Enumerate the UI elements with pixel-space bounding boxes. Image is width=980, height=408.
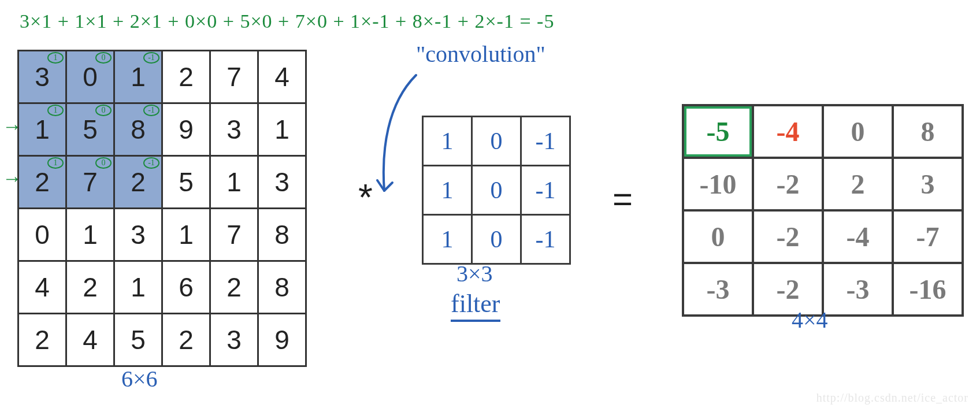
output-cell: 3 <box>893 158 963 210</box>
input-cell: 7 <box>210 51 258 103</box>
output-cell: -3 <box>683 263 753 316</box>
input-cell: 2 <box>162 51 210 103</box>
output-cell: 8 <box>893 105 963 158</box>
input-cell: 00 <box>66 51 114 103</box>
input-cell: 2 <box>18 314 66 366</box>
watermark-text: http://blog.csdn.net/ice_actor <box>816 391 968 405</box>
equation-computation: 3×1 + 1×1 + 2×1 + 0×0 + 5×0 + 7×0 + 1×-1… <box>20 10 554 32</box>
output-cell: 2 <box>823 158 893 210</box>
svg-text:1: 1 <box>54 158 58 167</box>
output-cell: -2 <box>753 158 823 210</box>
input-cell: 1-1 <box>114 51 162 103</box>
output-cell: 0 <box>823 105 893 158</box>
weight-superscript: 1 <box>47 104 64 117</box>
input-cell: 1 <box>210 156 258 209</box>
filter-cell: -1 <box>521 117 570 166</box>
svg-text:-1: -1 <box>148 106 155 114</box>
svg-text:1: 1 <box>54 106 58 114</box>
svg-text:0: 0 <box>102 158 106 167</box>
filter-cell: 0 <box>472 215 521 264</box>
weight-superscript: -1 <box>143 157 160 169</box>
input-cell: 8-1 <box>114 103 162 156</box>
input-cell: 3 <box>258 156 306 209</box>
input-cell: 4 <box>258 51 306 103</box>
equals-sign: = <box>612 179 633 219</box>
input-cell: 5 <box>114 314 162 366</box>
svg-text:-1: -1 <box>148 53 155 62</box>
input-cell: 0 <box>18 209 66 261</box>
filter-cell: 0 <box>472 117 521 166</box>
input-cell: 4 <box>18 261 66 314</box>
weight-superscript: 1 <box>47 157 64 169</box>
output-cell: -5 <box>683 105 753 158</box>
input-cell: 2 <box>66 261 114 314</box>
output-cell: -16 <box>893 263 963 316</box>
output-cell: -3 <box>823 263 893 316</box>
input-cell: 1 <box>258 103 306 156</box>
input-cell: 3 <box>210 103 258 156</box>
input-cell: 4 <box>66 314 114 366</box>
input-cell: 2-1 <box>114 156 162 209</box>
input-cell: 8 <box>258 209 306 261</box>
input-cell: 1 <box>114 261 162 314</box>
filter-matrix: 10-110-110-1 <box>422 116 571 265</box>
output-matrix: -5-408-10-2230-2-4-7-3-2-3-16 <box>682 104 964 317</box>
filter-cell: 1 <box>423 117 472 166</box>
filter-name-label: filter <box>451 289 500 322</box>
input-cell: 1 <box>66 209 114 261</box>
svg-text:0: 0 <box>102 53 106 62</box>
svg-text:1: 1 <box>54 53 58 62</box>
weight-superscript: 0 <box>95 51 112 64</box>
input-cell: 50 <box>66 103 114 156</box>
input-cell: 70 <box>66 156 114 209</box>
input-cell: 3 <box>210 314 258 366</box>
input-cell: 31 <box>18 51 66 103</box>
output-cell: 0 <box>683 210 753 263</box>
weight-superscript: 1 <box>47 51 64 64</box>
weight-superscript: -1 <box>143 51 160 64</box>
filter-size-label: 3×3 <box>456 260 493 287</box>
input-cell: 11 <box>18 103 66 156</box>
filter-cell: -1 <box>521 166 570 215</box>
filter-cell: -1 <box>521 215 570 264</box>
input-cell: 6 <box>162 261 210 314</box>
input-cell: 5 <box>162 156 210 209</box>
weight-superscript: 0 <box>95 104 112 117</box>
input-cell: 1 <box>162 209 210 261</box>
input-cell: 2 <box>210 261 258 314</box>
filter-cell: 1 <box>423 166 472 215</box>
weight-superscript: 0 <box>95 157 112 169</box>
output-size-label: 4×4 <box>792 306 828 333</box>
filter-cell: 1 <box>423 215 472 264</box>
input-cell: 8 <box>258 261 306 314</box>
input-cell: 9 <box>258 314 306 366</box>
input-cell: 7 <box>210 209 258 261</box>
input-cell: 9 <box>162 103 210 156</box>
output-cell: -7 <box>893 210 963 263</box>
input-cell: 21 <box>18 156 66 209</box>
output-cell: -4 <box>753 105 823 158</box>
input-size-label: 6×6 <box>121 365 158 392</box>
input-matrix: 31001-127411508-193121702-15130131784216… <box>17 50 307 367</box>
svg-text:0: 0 <box>102 106 106 114</box>
input-cell: 3 <box>114 209 162 261</box>
input-cell: 2 <box>162 314 210 366</box>
svg-text:-1: -1 <box>148 158 155 167</box>
convolution-label: "convolution" <box>416 40 545 68</box>
output-cell: -4 <box>823 210 893 263</box>
weight-superscript: -1 <box>143 104 160 117</box>
output-cell: -10 <box>683 158 753 210</box>
filter-cell: 0 <box>472 166 521 215</box>
output-cell: -2 <box>753 210 823 263</box>
